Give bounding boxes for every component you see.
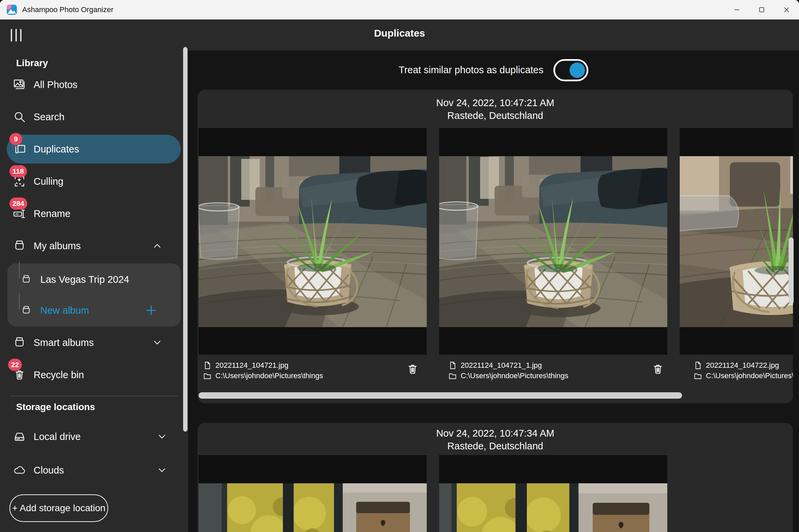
maximize-button[interactable] [749, 0, 774, 19]
rename-count-badge: 284 [10, 197, 27, 210]
delete-photo-button[interactable] [650, 360, 665, 378]
photo-path: C:\Users\johndoe\Pictures\things [461, 372, 568, 380]
sidebar-item-duplicates[interactable]: 9 Duplicates [0, 133, 188, 165]
sidebar-item-new-album[interactable]: New album [7, 295, 181, 326]
photo-info: 20221124_104722.jpg C:\Users\johndoe\Pic… [689, 355, 793, 387]
sidebar-item-label: My albums [34, 241, 81, 251]
chevron-down-icon[interactable] [155, 430, 169, 443]
sidebar-item-clouds[interactable]: Clouds [0, 453, 188, 487]
folder-icon [449, 372, 457, 380]
app-window: Ashampoo Photo Organizer Duplicates Libr… [0, 0, 799, 532]
photo-thumbnail[interactable] [439, 128, 667, 355]
sidebar-item-label: Search [34, 112, 64, 122]
sidebar-item-label: All Photos [34, 79, 78, 90]
similar-duplicates-row: Treat similar photos as duplicates [188, 50, 799, 90]
living-room-photo-duplicate [439, 483, 667, 532]
library-heading: Library [0, 50, 188, 69]
my-albums-subgroup: Las Vegas Trip 2024 New album [7, 263, 181, 326]
culling-count-badge: 118 [10, 165, 27, 177]
sidebar-item-label: Local drive [34, 431, 81, 442]
photo-filename: 20221124_104721.jpg [216, 361, 288, 370]
sidebar-item-rename[interactable]: 284 Rename [0, 197, 188, 230]
sidebar-divider [11, 396, 178, 396]
duplicate-group: Nov 24, 2022, 10:47:34 AM Rastede, Deuts… [198, 423, 793, 532]
album-icon [12, 335, 27, 350]
group-location: Rastede, Deutschland [198, 440, 793, 452]
sidebar-item-my-albums[interactable]: My albums [0, 230, 188, 262]
album-icon [12, 239, 27, 253]
plus-icon[interactable] [144, 303, 159, 318]
window-title: Ashampoo Photo Organizer [22, 5, 114, 14]
add-storage-location-button[interactable]: + Add storage location [10, 494, 108, 522]
sidebar-item-recycle-bin[interactable]: 22 Recycle bin [0, 359, 188, 391]
folder-icon [203, 372, 211, 380]
main-content: Treat similar photos as duplicates Nov 2… [188, 50, 799, 532]
sidebar-item-label: Las Vegas Trip 2024 [40, 274, 129, 285]
main-vertical-scrollbar[interactable] [788, 238, 794, 304]
sidebar-scrollbar[interactable] [183, 47, 187, 432]
photo-path: C:\Users\johndoe\Pictures\things [216, 372, 323, 380]
page-title: Duplicates [0, 27, 799, 39]
sidebar-item-smart-albums[interactable]: Smart albums [0, 326, 188, 359]
group-location: Rastede, Deutschland [198, 109, 793, 122]
sidebar-item-label: New album [40, 305, 89, 316]
sidebar-item-label: Recycle bin [34, 369, 84, 381]
sidebar-item-culling[interactable]: 118 Culling [0, 165, 188, 197]
photo-info: 20221124_104721_1.jpg C:\Users\johndoe\P… [444, 355, 677, 387]
similar-duplicates-toggle[interactable] [553, 59, 588, 81]
chevron-down-icon[interactable] [155, 463, 169, 477]
sidebar-item-label: Culling [34, 176, 63, 187]
plant-photo [199, 156, 427, 327]
sidebar-item-search[interactable]: Search [0, 101, 188, 133]
photo-thumbnail[interactable] [199, 455, 427, 532]
photo-thumbnail[interactable] [680, 128, 793, 355]
trash-icon [650, 360, 665, 378]
plant-photo-crop [680, 156, 793, 327]
storage-heading: Storage locations [0, 402, 188, 420]
file-icon [203, 361, 211, 369]
album-icon [20, 273, 32, 285]
delete-photo-button[interactable] [405, 360, 420, 378]
photos-icon [12, 77, 27, 92]
selected-highlight [7, 135, 181, 164]
minimize-icon [732, 5, 741, 14]
photo-path: C:\Users\johndoe\Pictures\things [706, 372, 793, 380]
group-date: Nov 24, 2022, 10:47:21 AM [198, 96, 793, 109]
sidebar-item-all-photos[interactable]: All Photos [0, 69, 188, 101]
tree-connector [19, 261, 20, 278]
minimize-button[interactable] [724, 0, 749, 19]
sidebar-item-label: Rename [34, 208, 71, 219]
group-header: Nov 24, 2022, 10:47:34 AM Rastede, Deuts… [198, 423, 793, 452]
drive-icon [12, 429, 27, 444]
photo-filename: 20221124_104722.jpg [706, 361, 779, 370]
trash-icon [405, 360, 420, 378]
recycle-count-badge: 22 [8, 359, 22, 371]
close-icon [782, 5, 791, 14]
sidebar-item-label: Smart albums [34, 337, 94, 348]
tree-connector [19, 293, 20, 310]
sidebar-item-label: Duplicates [34, 144, 79, 155]
sidebar-item-local-drive[interactable]: Local drive [0, 420, 188, 453]
titlebar: Ashampoo Photo Organizer [0, 0, 799, 19]
file-icon [449, 361, 457, 369]
toggle-knob [570, 62, 585, 78]
duplicates-count-badge: 9 [10, 133, 22, 145]
chevron-up-icon[interactable] [150, 239, 164, 252]
chevron-down-icon[interactable] [150, 336, 164, 349]
duplicate-group: Nov 24, 2022, 10:47:21 AM Rastede, Deuts… [198, 90, 793, 403]
album-icon [20, 304, 32, 316]
sidebar-item-las-vegas-trip[interactable]: Las Vegas Trip 2024 [7, 264, 181, 295]
toggle-label: Treat similar photos as duplicates [399, 64, 544, 76]
group-horizontal-scrollbar[interactable] [199, 392, 682, 399]
group-date: Nov 24, 2022, 10:47:34 AM [198, 427, 793, 440]
sidebar-item-label: Clouds [34, 465, 64, 476]
photo-filename: 20221124_104721_1.jpg [461, 361, 542, 370]
photo-thumbnail[interactable] [439, 455, 667, 532]
photo-info: 20221124_104721.jpg C:\Users\johndoe\Pic… [199, 355, 431, 387]
photo-thumbnail[interactable] [199, 128, 427, 355]
sidebar: Library All Photos Search 9 Duplicates 1… [0, 50, 188, 532]
app-logo-icon [7, 5, 17, 15]
close-button[interactable] [774, 0, 799, 19]
maximize-icon [757, 5, 766, 14]
group-header: Nov 24, 2022, 10:47:21 AM Rastede, Deuts… [198, 90, 793, 122]
